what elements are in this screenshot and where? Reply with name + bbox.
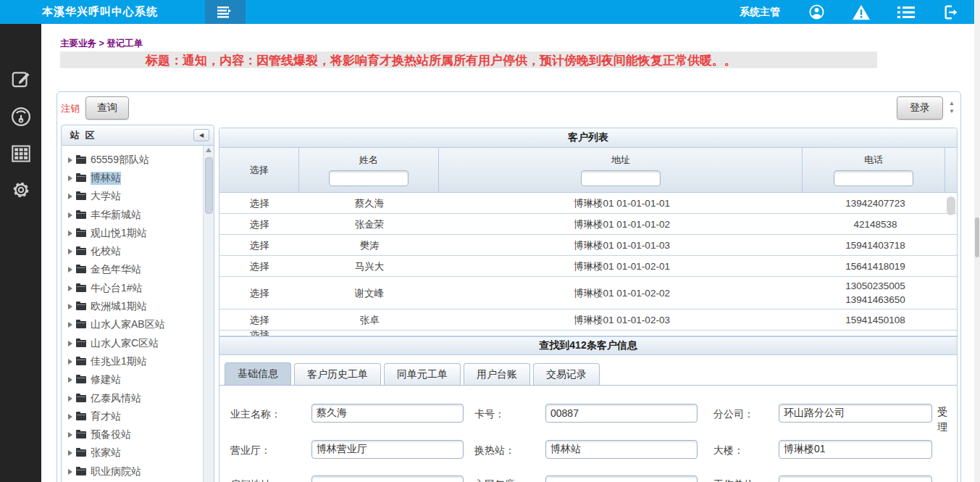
expand-arrow-icon[interactable] [68,414,72,420]
expand-arrow-icon[interactable] [68,450,72,456]
page-scrollbar-thumb[interactable] [975,217,979,257]
row-select-link[interactable]: 选择 [219,277,299,309]
name-filter-input[interactable] [329,170,409,186]
tree-item[interactable]: 育才站 [66,407,214,425]
tree-item[interactable]: 化校站 [66,242,214,260]
logout-link[interactable]: 注销 [61,102,80,115]
tree-item[interactable]: 65559部队站 [66,151,214,169]
folder-icon [76,321,86,328]
tree-item[interactable]: 金色年华站 [66,261,214,279]
tree-scrollbar[interactable] [203,146,214,482]
logout-icon[interactable] [942,4,960,21]
expand-arrow-icon[interactable] [68,359,72,365]
expand-arrow-icon[interactable] [68,175,72,181]
expand-arrow-icon[interactable] [68,194,72,199]
row-select-link[interactable]: 选择 [219,309,299,330]
accept-button[interactable]: 受理 [937,404,948,435]
tree-item[interactable]: 预备役站 [66,425,214,444]
tree-item[interactable]: 佳兆业1期站 [66,352,214,370]
row-name: 张金荣 [299,214,440,234]
menu-toggle-button[interactable] [205,0,246,24]
room-address-input[interactable] [311,475,464,482]
card-number-input[interactable] [545,404,698,423]
branch-company-input[interactable] [779,404,932,423]
phone-filter-input[interactable] [834,170,913,186]
row-address: 博琳楼01 01-01-02-01 [440,256,804,276]
customer-row[interactable]: 选择 张卓 博琳楼01 01-01-02-03 15941450108 [219,309,957,331]
expand-arrow-icon[interactable] [68,377,72,383]
settings-gear-icon[interactable] [9,178,33,201]
owner-name-input[interactable] [311,404,464,423]
row-select-link[interactable]: 选择 [219,331,299,336]
expand-arrow-icon[interactable] [68,322,72,328]
tree-item[interactable]: 修建站 [66,371,214,389]
row-select-link[interactable]: 选择 [219,256,299,276]
page-scrollbar[interactable] [974,0,980,482]
tree-item[interactable]: 山水人家AB区站 [66,316,214,334]
work-unit-input[interactable] [779,475,932,482]
tree-item-label: 预备役站 [91,428,131,441]
expand-arrow-icon[interactable] [68,432,72,438]
app-title: 本溪华兴呼叫中心系统 [42,5,158,19]
tab-customer-history[interactable]: 客户历史工单 [294,363,381,385]
tree-item[interactable]: 山水人家C区站 [66,334,214,352]
customer-row[interactable]: 选择 樊涛 博琳楼01 01-01-01-03 15941403718 [219,235,957,256]
customer-row[interactable]: 选择 谢文峰 博琳楼01 01-01-02-02 13050235005 139… [219,277,957,309]
customer-row[interactable]: 选择 张金荣 博琳楼01 01-01-01-02 42148538 [219,214,957,235]
tree-item[interactable]: 丰华新城站 [66,206,214,224]
tree-item[interactable]: 张家站 [66,444,214,462]
tree-item[interactable]: 观山悦1期站 [66,224,214,242]
expand-arrow-icon[interactable] [68,304,72,309]
dashboard-gauge-icon[interactable] [9,105,33,128]
expand-arrow-icon[interactable] [68,212,72,218]
customer-row[interactable]: 选择 马兴大 博琳楼01 01-01-02-01 15641418019 [219,256,957,277]
row-select-link[interactable]: 选择 [219,214,299,234]
row-select-link[interactable]: 选择 [219,193,299,213]
row-phone: 13050235005 13941463650 [804,277,947,309]
row-select-link[interactable]: 选择 [219,235,299,255]
folder-icon [76,248,86,255]
table-scrollbar[interactable] [946,195,956,336]
user-profile-icon[interactable] [808,4,825,21]
tab-basic-info[interactable]: 基础信息 [225,362,291,385]
tab-transactions[interactable]: 交易记录 [533,363,600,385]
expand-arrow-icon[interactable] [68,286,72,291]
tree-item[interactable]: 博林站 [66,169,214,187]
tree-item[interactable]: 牛心台1#站 [66,279,214,297]
expand-arrow-icon[interactable] [68,157,72,163]
building-input[interactable] [779,440,932,459]
address-filter-input[interactable] [581,170,661,186]
compose-workorder-icon[interactable] [9,67,33,91]
login-button[interactable]: 登录 [897,96,943,120]
expand-arrow-icon[interactable] [68,249,72,254]
expand-arrow-icon[interactable] [68,469,72,475]
scroll-up-arrow-icon[interactable] [206,148,212,152]
expand-arrow-icon[interactable] [68,267,72,273]
tree-item[interactable]: 亿泰风情站 [66,389,214,407]
row-name: 谢文峰 [299,277,440,309]
table-grid-icon[interactable] [9,142,33,165]
network-year-input[interactable] [545,475,698,482]
customer-row[interactable]: 选择 蔡久海 博琳楼01 01-01-01-01 13942407723 [219,193,957,214]
tree-item-label: 牛心台1#站 [91,282,143,295]
alerts-warning-icon[interactable] [853,4,870,21]
business-hall-input[interactable] [311,440,464,459]
customer-row-partial[interactable]: 选择 [219,331,957,336]
login-spinner[interactable]: ▲▼ [947,99,957,118]
expand-arrow-icon[interactable] [68,396,72,402]
tree-scrollbar-thumb[interactable] [205,157,213,214]
tree-item[interactable]: 大学站 [66,188,214,206]
tab-same-unit-orders[interactable]: 同单元工单 [384,363,461,385]
expand-arrow-icon[interactable] [68,341,72,346]
station-panel-header: 站 区 ◀ [61,125,214,146]
query-button[interactable]: 查询 [85,96,129,120]
heat-station-input[interactable] [545,440,698,459]
tree-item[interactable]: 职业病院站 [66,462,214,481]
expand-arrow-icon[interactable] [68,230,72,236]
collapse-panel-button[interactable]: ◀ [193,129,209,141]
tab-user-ledger[interactable]: 用户台账 [464,363,530,385]
task-list-icon[interactable] [897,4,915,21]
table-scrollbar-thumb[interactable] [947,196,955,215]
breadcrumb-parent[interactable]: 主要业务 [60,38,96,49]
tree-item[interactable]: 欧洲城1期站 [66,297,214,315]
